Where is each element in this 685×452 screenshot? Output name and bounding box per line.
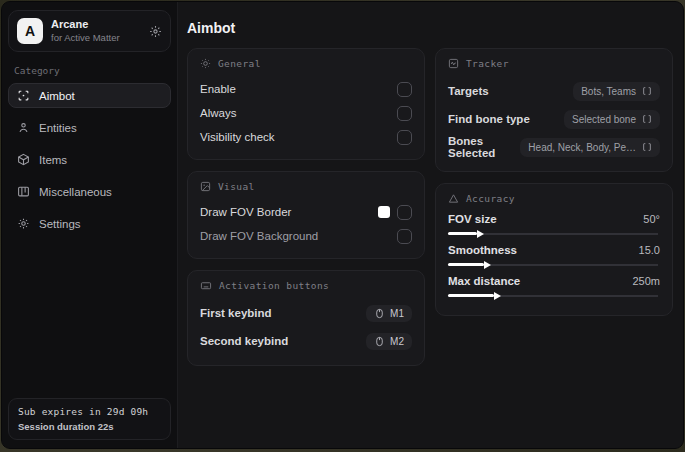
gear-icon [17, 217, 30, 230]
slider-value: 250m [632, 275, 660, 287]
setting-label: Bones Selected [448, 135, 520, 159]
draw-fov-background-checkbox[interactable] [397, 229, 412, 244]
setting-label: Always [200, 107, 236, 119]
visibility-check-checkbox[interactable] [397, 130, 412, 145]
accuracy-card: Accuracy FOV size 50° Smoothness [435, 183, 673, 316]
cube-icon [17, 153, 30, 166]
slider-row-fov-size: FOV size 50° [448, 213, 660, 238]
select-brackets-icon [642, 114, 652, 124]
sub-expires-text: Sub expires in 29d 09h [18, 406, 161, 417]
setting-label: Second keybind [200, 335, 288, 347]
setting-label: Targets [448, 85, 489, 97]
card-header-label: General [218, 58, 261, 69]
bones-selected-dropdown[interactable]: Head, Neck, Body, Pe… [520, 138, 660, 157]
sidebar-item-miscellaneous[interactable]: Miscellaneous [8, 179, 171, 204]
brand-subtitle: for Active Matter [51, 32, 141, 44]
sidebar: A Arcane for Active Matter Category [2, 2, 178, 448]
setting-row-first-keybind: First keybind M1 [200, 300, 412, 326]
setting-row-draw-fov-background: Draw FOV Background [200, 225, 412, 247]
session-duration-text: Session duration 22s [18, 421, 161, 432]
sidebar-nav: Aimbot Entities Items [8, 83, 171, 236]
card-header-label: Tracker [466, 58, 509, 69]
triangle-icon [448, 193, 459, 204]
find-bone-type-dropdown[interactable]: Selected bone [564, 110, 660, 129]
fov-border-color-swatch[interactable] [378, 206, 390, 218]
setting-row-enable: Enable [200, 78, 412, 100]
page-title: Aimbot [187, 20, 673, 36]
image-icon [200, 181, 211, 192]
category-label: Category [14, 65, 165, 76]
brand-card: A Arcane for Active Matter [8, 10, 171, 52]
setting-row-bones-selected: Bones Selected Head, Neck, Body, Pe… [448, 134, 660, 160]
setting-label: Enable [200, 83, 236, 95]
right-column: Tracker Targets Bots, Teams [435, 48, 673, 316]
slider-value: 50° [643, 213, 660, 225]
draw-fov-border-checkbox[interactable] [397, 205, 412, 220]
setting-label: Find bone type [448, 113, 530, 125]
setting-row-targets: Targets Bots, Teams [448, 78, 660, 104]
main-content: Aimbot General [178, 2, 683, 448]
setting-row-always: Always [200, 102, 412, 124]
targets-dropdown[interactable]: Bots, Teams [573, 82, 660, 101]
sidebar-item-entities[interactable]: Entities [8, 115, 171, 140]
dropdown-value: Bots, Teams [581, 86, 636, 97]
second-keybind-button[interactable]: M2 [366, 333, 412, 350]
sidebar-item-settings[interactable]: Settings [8, 211, 171, 236]
slider-row-smoothness: Smoothness 15.0 [448, 244, 660, 269]
dropdown-value: Selected bone [572, 114, 636, 125]
setting-row-visibility-check: Visibility check [200, 126, 412, 148]
sun-settings-icon [200, 58, 211, 69]
brand-text: Arcane for Active Matter [51, 18, 141, 44]
visual-card: Visual Draw FOV Border Draw FOV Backgrou… [187, 171, 425, 259]
brand-name: Arcane [51, 18, 141, 32]
setting-label: Draw FOV Background [200, 230, 318, 242]
sidebar-item-label: Items [39, 154, 67, 166]
setting-row-second-keybind: Second keybind M2 [200, 328, 412, 354]
sidebar-item-label: Aimbot [39, 90, 75, 102]
slider-fill [448, 294, 494, 297]
dropdown-value: Head, Neck, Body, Pe… [528, 142, 636, 153]
general-card: General Enable Always Visibility check [187, 48, 425, 160]
brand-logo: A [17, 18, 43, 44]
card-header-label: Visual [218, 181, 255, 192]
setting-label: Visibility check [200, 131, 275, 143]
slider-fill [448, 263, 484, 266]
smoothness-slider[interactable] [448, 260, 658, 269]
slider-label: Max distance [448, 275, 520, 287]
sidebar-item-label: Miscellaneous [39, 186, 112, 198]
card-header-label: Activation buttons [219, 280, 329, 291]
first-keybind-button[interactable]: M1 [366, 305, 412, 322]
enable-checkbox[interactable] [397, 82, 412, 97]
tracker-card: Tracker Targets Bots, Teams [435, 48, 673, 172]
card-header-label: Accuracy [466, 193, 515, 204]
mouse-icon [374, 336, 385, 347]
keybind-value: M2 [390, 336, 404, 347]
activity-icon [448, 58, 459, 69]
keyboard-icon [200, 280, 212, 291]
always-checkbox[interactable] [397, 106, 412, 121]
left-column: General Enable Always Visibility check [187, 48, 425, 366]
slider-fill [448, 232, 477, 235]
sidebar-item-aimbot[interactable]: Aimbot [8, 83, 171, 108]
app-window: A Arcane for Active Matter Category [1, 1, 684, 449]
slider-value: 15.0 [639, 244, 660, 256]
setting-label: Draw FOV Border [200, 206, 291, 218]
gear-icon[interactable] [149, 25, 162, 38]
fov-size-slider[interactable] [448, 229, 658, 238]
entities-icon [17, 121, 30, 134]
setting-row-find-bone-type: Find bone type Selected bone [448, 106, 660, 132]
sidebar-item-label: Entities [39, 122, 77, 134]
panels-icon [17, 185, 30, 198]
subscription-footer: Sub expires in 29d 09h Session duration … [8, 398, 171, 440]
sidebar-item-label: Settings [39, 218, 81, 230]
slider-label: FOV size [448, 213, 497, 225]
keybind-value: M1 [390, 308, 404, 319]
select-brackets-icon [642, 86, 652, 96]
max-distance-slider[interactable] [448, 291, 658, 300]
sidebar-item-items[interactable]: Items [8, 147, 171, 172]
setting-label: First keybind [200, 307, 272, 319]
setting-row-draw-fov-border: Draw FOV Border [200, 201, 412, 223]
crosshair-scan-icon [17, 89, 30, 102]
activation-buttons-card: Activation buttons First keybind M1 [187, 270, 425, 366]
slider-row-max-distance: Max distance 250m [448, 275, 660, 300]
